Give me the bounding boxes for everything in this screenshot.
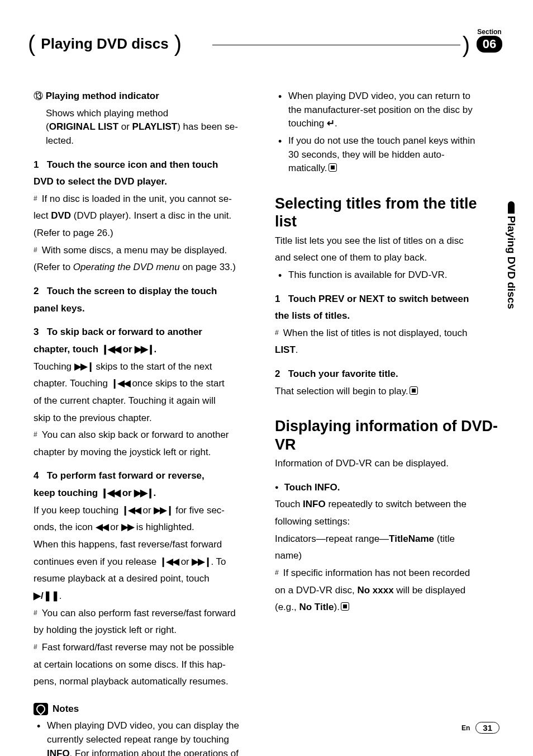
text: When this happens, fast reverse/fast for… [34,538,258,552]
page-header: ( Playing DVD discs ) ) Section 06 [34,22,499,56]
text: If you keep touching [34,505,121,516]
side-tab-cap [508,201,515,214]
text: (title [434,533,455,544]
text: and select one of them to play back. [275,251,499,265]
return-icon: ↵ [327,118,335,129]
text: chapter, touch [34,344,101,355]
step-title: To perform fast forward or reverse, [47,470,204,481]
text: With some discs, a menu may be displayed… [42,245,227,256]
step-title: Touch your favorite title. [288,368,398,379]
circled-13: ⑬ [34,91,43,101]
bullet-note: When playing DVD video, you can display … [34,719,258,756]
prev-icon: ❙◀◀ [121,505,140,516]
text: LIST [275,344,296,355]
page-footer: En 31 [461,722,499,734]
text: ORIGINAL LIST [49,121,118,132]
text: name) [275,549,499,563]
prev-icon: ❙◀◀ [159,556,178,567]
prev-icon: ❙◀◀ [111,378,130,389]
text: chapter. Touching [34,378,111,389]
text: (Refer to [34,262,73,272]
text: DVD [51,210,71,221]
next-icon: ▶▶❙ [154,505,173,516]
text: is highlighted. [134,522,194,532]
step-num: 1 [34,159,39,170]
text: (Refer to page 26.) [34,226,258,240]
section-label: Section [477,28,501,36]
notes-heading: Notes [53,702,79,716]
text: That selection will begin to play. [275,386,408,396]
text: No xxxx [357,585,393,596]
text: PLAYLIST [132,121,178,132]
text: or [118,121,132,132]
step-num: 1 [275,294,280,304]
section-end-icon [329,163,337,172]
next-icon: ▶▶❙ [192,556,211,567]
text: lect [34,210,51,221]
bullet-note: This function is available for DVD-VR. [275,268,499,282]
text: TitleName [389,533,434,544]
item13-title: Playing method indicator [46,91,159,101]
text: . [59,590,62,601]
text: If specific information has not been rec… [283,568,470,578]
play-pause-icon: ▶/❚❚ [34,590,59,601]
step-title: the lists of titles. [275,309,499,323]
step-title: Touch the screen to display the touch [47,286,217,296]
text: Information of DVD-VR can be displayed. [275,457,499,471]
text: continues even if you release [34,556,159,567]
step-title: DVD to select the DVD player. [34,175,258,189]
note: You can also skip back or forward to ano… [34,428,258,442]
text: . [153,488,156,498]
text: Touch INFO. [284,482,340,493]
text: on page 33.) [180,262,236,272]
text: . To [211,556,226,567]
right-column: When playing DVD video, you can return t… [275,89,499,756]
left-column: ⑬ Playing method indicator Shows which p… [34,89,258,756]
text: Fast forward/fast reverse may not be pos… [42,642,234,653]
section-end-icon [410,386,418,395]
paren-close-right: ) [463,32,470,58]
heading-selecting-titles: Selecting titles from the title list [275,195,499,231]
note: If specific information has not been rec… [275,566,499,580]
text: Touching [34,361,74,372]
note: When the list of titles is not displayed… [275,327,499,341]
text: at certain locations on some discs. If t… [34,658,258,672]
text: (e.g., [275,602,299,612]
text: This function is available for DVD-VR. [288,270,447,280]
note: Fast forward/fast reverse may not be pos… [34,641,258,655]
text: When playing DVD video, you can display … [47,720,239,731]
text: resume playback at a desired point, touc… [34,572,258,586]
paren-close: ) [174,32,182,55]
text: or [140,505,154,516]
text: for five sec- [173,505,225,516]
text: touching [288,118,327,129]
step-num: 2 [34,286,39,296]
text: Shows which playing method [46,108,168,119]
text: 30 seconds, they will be hidden auto- [288,149,445,160]
text: skip to the previous chapter. [34,412,258,426]
step-num: 2 [275,368,280,379]
text: If you do not use the touch panel keys w… [288,135,475,146]
text: by holding the joystick left or right. [34,623,258,637]
paren-open: ( [28,32,35,55]
text: or [108,522,122,532]
text: ). [334,602,340,612]
item13-body: Shows which playing method (ORIGINAL LIS… [34,107,258,148]
text: If no disc is loaded in the unit, you ca… [42,193,232,204]
text: of the current chapter. Touching it agai… [34,394,258,408]
next-icon: ▶▶❙ [134,488,153,498]
step-title: panel keys. [34,302,258,316]
text: skips to the start of the next [93,361,212,372]
text: chapter by moving the joystick left or r… [34,446,258,460]
text: lected. [46,135,74,146]
heading-displaying-info: Displaying information of DVD-VR [275,417,499,453]
text: following settings: [275,515,499,529]
text: INFO [303,499,326,509]
step-title: Touch PREV or NEXT to switch between [288,294,469,304]
text: onds, the icon [34,522,96,532]
text: or [120,344,135,355]
text: will be displayed [394,585,466,596]
step-title: Touch INFO. [275,481,499,495]
text: matically. [288,163,327,173]
section-number: 06 [477,36,502,53]
